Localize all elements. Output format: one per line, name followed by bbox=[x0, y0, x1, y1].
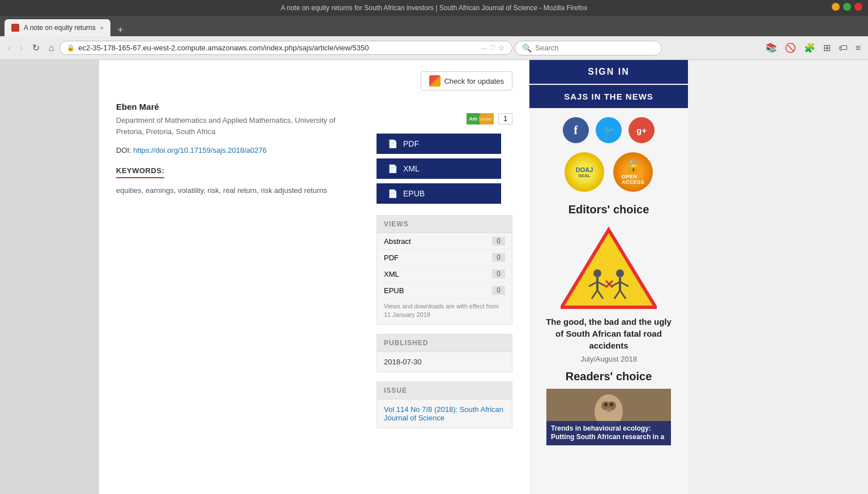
forward-button[interactable]: › bbox=[16, 41, 26, 55]
address-bar[interactable]: 🔒 ec2-35-178-165-67.eu-west-2.compute.am… bbox=[59, 41, 512, 55]
published-date: 2018-07-30 bbox=[377, 352, 512, 372]
abstract-count: 0 bbox=[492, 237, 505, 246]
reload-button[interactable]: ↻ bbox=[29, 40, 43, 55]
tab-close[interactable]: × bbox=[100, 24, 104, 31]
check-updates-label: Check for updates bbox=[444, 77, 504, 85]
pdf-count: 0 bbox=[492, 253, 505, 262]
altmetric-badge: Am score bbox=[467, 113, 494, 124]
xml-count: 0 bbox=[492, 269, 505, 278]
bookmark-icon[interactable]: ♡ bbox=[489, 44, 496, 52]
left-sidebar bbox=[0, 60, 99, 494]
url-text: ec2-35-178-165-67.eu-west-2.compute.amaz… bbox=[78, 44, 477, 52]
googleplus-icon[interactable]: g+ bbox=[628, 117, 655, 143]
readers-caption-overlay: Trends in behavioural ecology: Putting S… bbox=[546, 421, 671, 445]
views-box: VIEWS Abstract 0 PDF 0 XML 0 EPUB bbox=[377, 215, 512, 325]
epub-stat-label: EPUB bbox=[384, 286, 404, 295]
block-icon[interactable]: 🚫 bbox=[782, 40, 799, 55]
keywords-label: KEYWORDS: bbox=[116, 166, 164, 178]
editors-caption: The good, the bad and the ugly of South … bbox=[536, 316, 681, 351]
right-sidebar: SIGN IN SAJS IN THE NEWS f 🐦 g+ DOAJ SEA bbox=[529, 60, 688, 494]
doi-link[interactable]: https://doi.org/10.17159/sajs.2018/a0276 bbox=[133, 146, 267, 154]
doi-label: DOI: bbox=[116, 146, 131, 154]
svg-point-23 bbox=[606, 409, 612, 412]
new-tab-button[interactable]: + bbox=[113, 24, 128, 36]
svg-marker-1 bbox=[567, 237, 650, 304]
facebook-icon[interactable]: f bbox=[563, 117, 589, 143]
home-button[interactable]: ⌂ bbox=[45, 41, 58, 55]
main-content: Check for updates Eben Maré Department o… bbox=[99, 60, 529, 494]
epub-icon: 📄 bbox=[388, 189, 397, 198]
xml-stat-label: XML bbox=[384, 270, 399, 278]
pdf-download-button[interactable]: 📄 PDF bbox=[377, 134, 501, 154]
doi-line: DOI: https://doi.org/10.17159/sajs.2018/… bbox=[116, 146, 365, 154]
browser-toolbar: ‹ › ↻ ⌂ 🔒 ec2-35-178-165-67.eu-west-2.co… bbox=[0, 36, 868, 60]
published-box: PUBLISHED 2018-07-30 bbox=[377, 334, 512, 372]
download-buttons: 📄 PDF 📄 XML 📄 EPUB bbox=[377, 134, 512, 204]
xml-download-button[interactable]: 📄 XML bbox=[377, 158, 501, 179]
tag-icon[interactable]: 🏷 bbox=[836, 41, 850, 55]
issue-link[interactable]: Vol 114 No 7/8 (2018): South African Jou… bbox=[384, 405, 503, 422]
svg-point-8 bbox=[616, 269, 624, 277]
badge-row: DOAJ SEAL 🔓 OPENACCESS bbox=[536, 152, 681, 192]
xml-label: XML bbox=[403, 164, 420, 173]
xml-row: XML 0 bbox=[377, 266, 512, 282]
editors-choice-title: Editors' choice bbox=[536, 203, 681, 216]
back-button[interactable]: ‹ bbox=[5, 41, 14, 55]
epub-count: 0 bbox=[492, 286, 505, 295]
bookmarks-icon[interactable]: 📚 bbox=[763, 40, 780, 55]
sidebar-toggle-icon[interactable]: ⊞ bbox=[820, 40, 833, 55]
extensions-icon[interactable]: 🧩 bbox=[801, 40, 818, 55]
pub-date: July/August 2018 bbox=[536, 355, 681, 363]
svg-point-21 bbox=[604, 403, 608, 406]
menu-icon[interactable]: ≡ bbox=[853, 41, 863, 55]
social-icons: f 🐦 g+ bbox=[536, 117, 681, 143]
sign-in-bar[interactable]: SIGN IN bbox=[529, 60, 688, 84]
readers-choice-image: Trends in behavioural ecology: Putting S… bbox=[546, 389, 671, 445]
readers-caption: Trends in behavioural ecology: Putting S… bbox=[551, 424, 664, 441]
active-tab[interactable]: A note on equity returns × bbox=[5, 19, 110, 36]
author-name: Eben Maré bbox=[116, 102, 365, 111]
epub-download-button[interactable]: 📄 EPUB bbox=[377, 183, 501, 204]
road-accident-image bbox=[561, 225, 657, 310]
window-title: A note on equity returns for South Afric… bbox=[281, 4, 587, 12]
abstract-label: Abstract bbox=[384, 237, 411, 246]
altmetric-icon bbox=[429, 75, 441, 87]
pdf-label: PDF bbox=[403, 139, 419, 148]
lock-icon: 🔒 bbox=[67, 44, 75, 51]
xml-icon: 📄 bbox=[388, 164, 397, 173]
issue-box: ISSUE Vol 114 No 7/8 (2018): South Afric… bbox=[377, 381, 512, 428]
browser-tabs: A note on equity returns × + bbox=[0, 16, 868, 36]
altmetric-number: 1 bbox=[498, 113, 512, 124]
search-icon: 🔍 bbox=[522, 44, 532, 53]
tab-label: A note on equity returns bbox=[24, 24, 96, 32]
pdf-row: PDF 0 bbox=[377, 250, 512, 266]
keywords-text: equities, earnings, volatility, risk, re… bbox=[116, 186, 365, 195]
published-header: PUBLISHED bbox=[377, 334, 512, 352]
search-input[interactable] bbox=[535, 44, 655, 52]
readers-choice-title: Readers' choice bbox=[536, 370, 681, 383]
epub-row: EPUB 0 bbox=[377, 282, 512, 299]
sajs-news-bar: SAJS IN THE NEWS bbox=[529, 85, 688, 108]
check-updates-button[interactable]: Check for updates bbox=[421, 71, 512, 91]
star-icon[interactable]: ☆ bbox=[498, 44, 505, 52]
search-box[interactable]: 🔍 bbox=[515, 41, 662, 55]
open-access-lock-icon: 🔓 bbox=[626, 159, 641, 174]
author-affiliation: Department of Mathematics and Applied Ma… bbox=[116, 115, 365, 137]
views-header: VIEWS bbox=[377, 216, 512, 233]
browser-titlebar: A note on equity returns for South Afric… bbox=[0, 0, 868, 16]
twitter-icon[interactable]: 🐦 bbox=[596, 117, 622, 143]
pdf-icon: 📄 bbox=[388, 139, 397, 148]
more-options-icon[interactable]: ··· bbox=[481, 44, 487, 52]
pdf-stat-label: PDF bbox=[384, 254, 399, 262]
issue-header: ISSUE bbox=[377, 382, 512, 400]
epub-label: EPUB bbox=[403, 189, 425, 198]
open-access-badge: 🔓 OPENACCESS bbox=[613, 152, 653, 192]
views-note: Views and downloads are with effect from… bbox=[377, 299, 512, 324]
abstract-row: Abstract 0 bbox=[377, 233, 512, 250]
svg-point-2 bbox=[593, 269, 601, 277]
svg-point-22 bbox=[610, 403, 613, 406]
doaj-badge: DOAJ SEAL bbox=[565, 152, 604, 192]
tab-favicon bbox=[11, 24, 19, 32]
open-access-text: OPENACCESS bbox=[622, 174, 645, 185]
